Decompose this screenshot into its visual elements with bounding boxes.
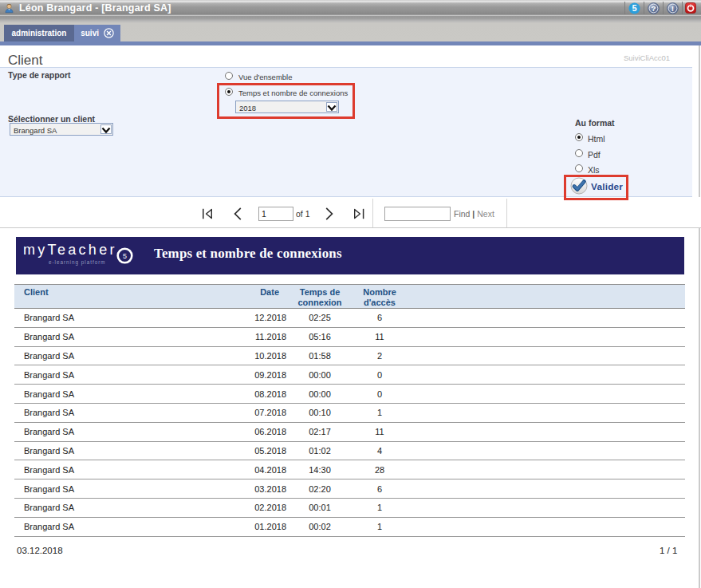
svg-text:5: 5 — [632, 3, 636, 13]
svg-text:!: ! — [671, 4, 674, 13]
svg-text:?: ? — [652, 4, 656, 13]
svg-text:5: 5 — [123, 252, 127, 260]
